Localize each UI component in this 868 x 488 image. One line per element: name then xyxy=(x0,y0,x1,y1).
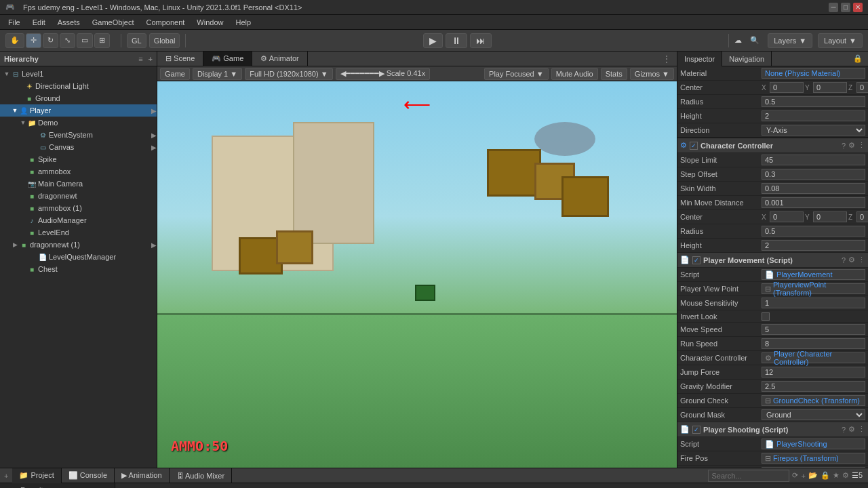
slope-input[interactable] xyxy=(762,155,865,165)
bottom-search[interactable] xyxy=(708,470,789,482)
tool-scale[interactable]: ⤡ xyxy=(60,33,75,48)
hierarchy-item-questmgr[interactable]: 📄 LevelQuestManager xyxy=(0,251,157,263)
tool-hand[interactable]: ✋ xyxy=(5,33,24,48)
tool-rotate[interactable]: ↻ xyxy=(43,33,58,48)
layers-dropdown[interactable]: Layers▼ xyxy=(768,33,812,48)
radius-input-1[interactable] xyxy=(762,96,865,107)
resolution-dropdown[interactable]: Full HD (1920x1080) ▼ xyxy=(245,68,332,80)
gravity-input[interactable] xyxy=(762,381,865,392)
pm-settings[interactable]: ⚙ xyxy=(848,256,855,264)
menu-window[interactable]: Window xyxy=(191,17,229,28)
plus-icon[interactable]: + xyxy=(801,472,805,480)
fire-pos-ref[interactable]: ⊟ Firepos (Transform) xyxy=(762,453,865,464)
center-x[interactable] xyxy=(770,82,804,93)
tab-audio-mixer[interactable]: 🎛 Audio Mixer xyxy=(170,468,233,483)
bullet-ref[interactable]: ⊟ NewBullet xyxy=(762,467,865,468)
mute-audio-btn[interactable]: Mute Audio xyxy=(551,68,598,80)
direction-select[interactable]: Y-AxisX-AxisZ-Axis xyxy=(762,125,865,136)
pm-enabled[interactable] xyxy=(692,256,701,264)
tab-animation[interactable]: ▶ Animation xyxy=(115,468,169,483)
c2y[interactable] xyxy=(813,211,847,222)
min-move-input[interactable] xyxy=(762,197,865,208)
hierarchy-add-icon[interactable]: + xyxy=(149,55,153,63)
hierarchy-item-ammobox1[interactable]: ■ ammobox (1) xyxy=(0,202,157,214)
hierarchy-item-dirlight[interactable]: ☀ Directional Light xyxy=(0,80,157,92)
hierarchy-item-player[interactable]: ▼ 👤 Player ▶ xyxy=(0,104,157,117)
tab-project[interactable]: 📁 Project xyxy=(12,468,61,483)
hierarchy-item-chest[interactable]: ■ Chest xyxy=(0,263,157,275)
tab-animator[interactable]: ⚙ Animator xyxy=(252,52,307,66)
menu-help[interactable]: Help xyxy=(230,17,256,28)
hierarchy-item-dragonnewt1[interactable]: ▶ ■ dragonnewt (1) ▶ xyxy=(0,239,157,251)
pivot-button[interactable]: GL xyxy=(127,33,146,48)
pm-help[interactable]: ? xyxy=(842,256,846,264)
layout-dropdown[interactable]: Layout▼ xyxy=(818,33,863,48)
skin-input[interactable] xyxy=(762,183,865,194)
play-focused-btn[interactable]: Play Focused ▼ xyxy=(484,68,549,80)
tab-inspector[interactable]: Inspector xyxy=(677,52,722,66)
tree-favorites[interactable]: ▼ ★ Favorites xyxy=(0,485,115,488)
menu-component[interactable]: Component xyxy=(140,17,190,28)
stats-btn[interactable]: Stats xyxy=(601,68,627,80)
ps-enabled[interactable] xyxy=(692,426,701,434)
tool-rect[interactable]: ▭ xyxy=(77,33,93,48)
hierarchy-item-canvas[interactable]: ▭ Canvas ▶ xyxy=(0,141,157,153)
folder-open-icon[interactable]: 📂 xyxy=(808,471,818,480)
hierarchy-item-maincam[interactable]: 📷 Main Camera xyxy=(0,178,157,190)
radius-input-2[interactable] xyxy=(762,226,865,237)
hierarchy-item-levelend[interactable]: ■ LevelEnd xyxy=(0,226,157,239)
char-ctrl-ref[interactable]: ⚙ Player (Character Controller) xyxy=(762,352,865,363)
hierarchy-item-level1[interactable]: ▼ ⊟ Level1 xyxy=(0,68,157,80)
global-button[interactable]: Global xyxy=(149,33,180,48)
close-button[interactable]: ✕ xyxy=(853,3,863,12)
scale-control[interactable]: ◀━━━━━━━▶ Scale 0.41x xyxy=(336,68,431,80)
char-controller-header[interactable]: ⚙ Character Controller ? ⚙ ⋮ xyxy=(677,138,868,153)
height-input-2[interactable] xyxy=(762,240,865,251)
refresh-icon[interactable]: ⟳ xyxy=(792,471,798,480)
hierarchy-menu-icon[interactable]: ≡ xyxy=(138,55,142,63)
material-ref[interactable]: None (Physic Material) xyxy=(762,68,865,79)
hierarchy-item-audiomgr[interactable]: ♪ AudioManager xyxy=(0,214,157,226)
char-ctrl-settings[interactable]: ⚙ xyxy=(848,141,855,150)
lock-icon[interactable]: 🔒 xyxy=(821,471,830,480)
gizmos-btn[interactable]: Gizmos ▼ xyxy=(630,68,674,80)
cloud-icon[interactable]: ☁ xyxy=(734,36,742,45)
pm-script-ref[interactable]: 📄 PlayerMovement xyxy=(762,269,865,280)
menu-edit[interactable]: Edit xyxy=(27,17,51,28)
char-ctrl-help[interactable]: ? xyxy=(842,142,846,150)
viewpoint-ref[interactable]: ⊟ PlayerviewPoint (Transform) xyxy=(762,283,865,294)
maximize-button[interactable]: □ xyxy=(841,3,850,12)
hierarchy-item-ammobox[interactable]: ■ ammobox xyxy=(0,165,157,178)
ps-script-ref[interactable]: 📄 PlayerShooting xyxy=(762,439,865,449)
tool-multi[interactable]: ⊞ xyxy=(94,33,110,48)
center-y[interactable] xyxy=(813,82,847,93)
hierarchy-item-spike[interactable]: ■ Spike xyxy=(0,153,157,165)
tool-move[interactable]: ✛ xyxy=(26,33,41,48)
ps-settings[interactable]: ⚙ xyxy=(848,425,855,434)
menu-gameobject[interactable]: GameObject xyxy=(87,17,140,28)
player-shooting-header[interactable]: 📄 Player Shooting (Script) ? ⚙ ⋮ xyxy=(677,422,868,437)
ground-mask-select[interactable]: Ground xyxy=(762,409,865,420)
ps-help[interactable]: ? xyxy=(842,426,846,434)
c2x[interactable] xyxy=(770,211,804,222)
step-button[interactable]: ⏭ xyxy=(470,33,492,48)
ps-menu[interactable]: ⋮ xyxy=(858,425,865,434)
tab-navigation[interactable]: Navigation xyxy=(722,52,772,66)
step-input[interactable] xyxy=(762,169,865,180)
pause-button[interactable]: ⏸ xyxy=(446,33,467,48)
scene-area-menu[interactable]: ⋮ xyxy=(656,54,677,64)
jump-force-input[interactable] xyxy=(762,367,865,378)
tab-game[interactable]: 🎮 Game xyxy=(203,52,252,66)
pm-menu[interactable]: ⋮ xyxy=(858,256,865,264)
inspector-lock-icon[interactable]: 🔒 xyxy=(848,54,868,63)
menu-assets[interactable]: Assets xyxy=(52,17,85,28)
center-z[interactable] xyxy=(856,82,868,93)
char-ctrl-enabled[interactable] xyxy=(690,142,698,150)
menu-file[interactable]: File xyxy=(3,17,26,28)
game-viewport[interactable]: ⟵ AMMO:50 xyxy=(157,81,677,468)
hierarchy-item-eventsystem[interactable]: ⚙ EventSystem ▶ xyxy=(0,129,157,141)
settings-icon[interactable]: ⚙ xyxy=(842,471,849,480)
star-icon[interactable]: ★ xyxy=(833,471,840,480)
play-button[interactable]: ▶ xyxy=(423,33,443,48)
player-movement-header[interactable]: 📄 Player Movement (Script) ? ⚙ ⋮ xyxy=(677,253,868,268)
